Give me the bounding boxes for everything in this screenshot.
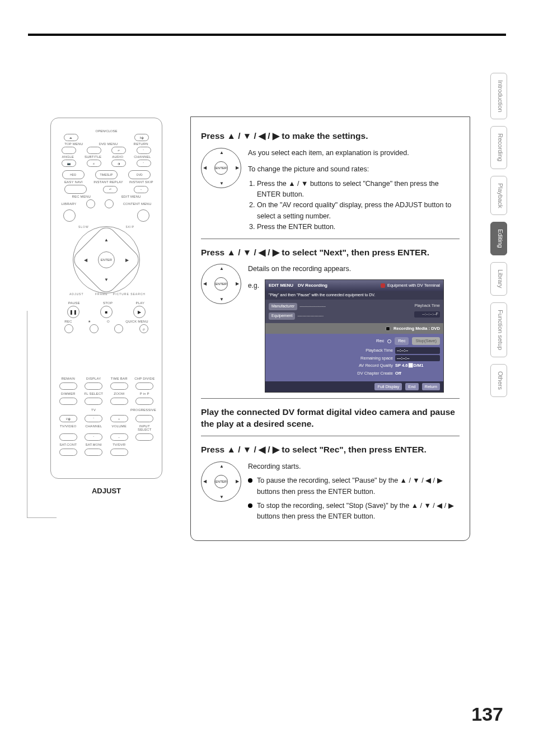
remain-button[interactable] xyxy=(59,382,77,390)
easy-navi-button[interactable] xyxy=(64,185,87,194)
progressive-button[interactable] xyxy=(135,415,153,422)
dvd-button[interactable]: DVD xyxy=(128,170,151,179)
power-button[interactable]: I/⏻ xyxy=(134,134,149,141)
o-button[interactable] xyxy=(114,324,123,333)
step1-p1: As you select each item, an explanation … xyxy=(248,148,460,158)
step1-li2: On the "AV record quality" display, pres… xyxy=(257,200,460,222)
tab-playback[interactable]: Playback xyxy=(490,176,507,216)
nav-pad-icon: ▲▼◀▶ ENTER xyxy=(201,264,241,304)
osd-manufacturer-value: -------------------- xyxy=(299,304,326,308)
label-return: RETURN xyxy=(134,142,148,146)
label-play: PLAY xyxy=(136,301,145,305)
label-input-select: INPUT SELECT xyxy=(133,424,157,431)
label-quick-menu: QUICK MENU xyxy=(125,320,148,323)
tv-dvr-button[interactable] xyxy=(110,449,128,456)
hdd-button[interactable]: HDD xyxy=(62,170,85,179)
sat-moni-button[interactable] xyxy=(85,449,102,456)
rec-button[interactable] xyxy=(64,324,73,333)
osd-stop-save-button[interactable]: Stop(Save) xyxy=(412,337,440,345)
label-picsearch: PICTURE SEARCH xyxy=(113,292,146,296)
sat-cont-button[interactable] xyxy=(59,449,77,456)
label-stop: STOP xyxy=(103,301,113,305)
ch-down-button[interactable]: ˅ xyxy=(137,160,151,167)
return-button[interactable]: ↶ xyxy=(111,147,126,154)
label-channel-tv: CHANNEL xyxy=(82,424,106,431)
label-channel: CHANNEL xyxy=(134,155,151,158)
top-rule xyxy=(28,34,506,36)
tab-function-setup[interactable]: Function setup xyxy=(490,302,507,357)
tv-video-button[interactable] xyxy=(59,433,77,441)
quick-menu-button[interactable]: ⌕ xyxy=(139,324,148,333)
label-audio: AUDIO xyxy=(112,155,123,158)
pinp-button[interactable] xyxy=(135,398,153,405)
step2-title-post: to select "Next", then press ENTER. xyxy=(282,248,429,257)
play-button[interactable]: ▶ xyxy=(133,306,146,318)
osd-rec-label: Rec xyxy=(376,338,384,344)
adjust-callout-label: ADJUST xyxy=(34,487,179,495)
library-button[interactable] xyxy=(63,209,76,222)
step1-li1: Press the ▲ / ▼ buttons to select "Chang… xyxy=(257,179,460,200)
stop-button[interactable]: ■ xyxy=(100,306,113,318)
tab-editing[interactable]: Editing xyxy=(490,222,507,255)
osd-return-button[interactable]: Return xyxy=(422,383,441,391)
tab-recording[interactable]: Recording xyxy=(490,126,507,169)
tv-ch-up-button[interactable]: ˄ xyxy=(85,415,102,422)
tv-ch-down-button[interactable]: ˅ xyxy=(85,433,102,441)
label-star: ★ xyxy=(88,319,91,323)
input-select-button[interactable] xyxy=(135,433,153,441)
edit-menu-button[interactable] xyxy=(105,199,114,208)
zoom-button[interactable] xyxy=(110,398,128,405)
audio-button[interactable]: ◑ xyxy=(111,160,126,167)
tab-library[interactable]: Library xyxy=(490,262,507,296)
star-button[interactable] xyxy=(90,324,99,333)
osd-end-button[interactable]: End xyxy=(405,383,418,391)
ch-up-button[interactable]: ˄ xyxy=(137,147,151,154)
label-edit-menu: EDIT MENU xyxy=(121,195,141,198)
time-bar-button[interactable] xyxy=(110,382,128,390)
dimmer-button[interactable] xyxy=(59,398,77,405)
label-progressive: PROGRESSIVE xyxy=(130,408,156,412)
subtitle-button[interactable]: ⎚ xyxy=(87,160,101,167)
tv-vol-up-button[interactable]: + xyxy=(110,415,128,422)
rec-menu-button[interactable] xyxy=(86,199,95,208)
osd-manufacturer-label: Manufacturer xyxy=(269,303,297,310)
osd-full-display-button[interactable]: Full Display xyxy=(374,383,402,391)
content-menu-button[interactable] xyxy=(137,209,149,222)
angle-button[interactable]: 📷 xyxy=(62,160,76,167)
dv-recording-screen: EDIT MENU DV Recording Equipment with DV… xyxy=(265,279,444,393)
osd-equipment-value: -------------------- xyxy=(297,314,324,318)
tab-others[interactable]: Others xyxy=(490,364,507,397)
tv-power-button[interactable]: I/⏻ xyxy=(59,415,77,422)
eject-button[interactable]: ⏏ xyxy=(64,134,78,141)
instant-skip-button[interactable]: → xyxy=(134,186,148,193)
direction-pad[interactable]: SLOW SKIP ADJUST FRAME PICTURE SEARCH ▲ … xyxy=(73,226,140,293)
label-tv: TV xyxy=(57,408,130,412)
enter-button[interactable]: ENTER xyxy=(98,251,115,268)
label-fl-select: FL SELECT xyxy=(82,392,106,395)
disc-icon xyxy=(386,326,390,331)
fl-select-button[interactable] xyxy=(85,398,102,405)
timeslip-button[interactable]: TIMESLIP xyxy=(95,170,118,179)
label-dvd-menu: DVD MENU xyxy=(99,142,118,146)
osd-rec-button[interactable]: Rec xyxy=(395,337,409,345)
instant-replay-button[interactable]: ↶ xyxy=(103,186,118,193)
enter-icon: ENTER xyxy=(214,161,228,175)
pause-button[interactable]: ❚❚ xyxy=(67,306,79,318)
label-sat-cont: SAT.CONT xyxy=(57,443,80,446)
label-volume: VOLUME xyxy=(107,424,131,431)
label-remain: REMAIN xyxy=(57,377,80,380)
step1-title-pre: Press xyxy=(201,131,227,141)
instruction-panel: Press ▲ / ▼ / ◀ / ▶ to make the settings… xyxy=(190,116,470,541)
tv-vol-down-button[interactable]: − xyxy=(110,433,128,441)
step1-p2: To change the picture and sound rates: xyxy=(248,164,460,175)
osd-av-quality-value: SP 4.6 🅳D/M1 xyxy=(395,362,440,369)
top-menu-button[interactable] xyxy=(62,147,76,154)
dvd-menu-button[interactable] xyxy=(87,147,101,154)
red-square-icon xyxy=(381,283,385,288)
chp-divide-button[interactable] xyxy=(135,382,153,390)
label-sat-moni: SAT.MONI xyxy=(82,443,106,446)
display-button[interactable] xyxy=(85,382,102,390)
tab-introduction[interactable]: Introduction xyxy=(490,73,507,119)
step4-title-post: to select "Rec", then press ENTER. xyxy=(282,445,426,454)
step4-b1: To pause the recording, select "Pause" b… xyxy=(248,475,460,497)
